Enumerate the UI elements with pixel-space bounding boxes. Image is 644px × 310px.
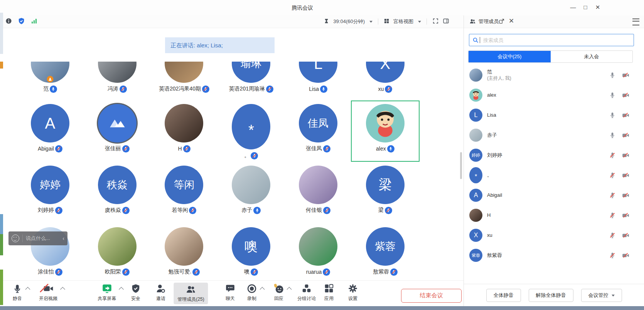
panel-close-icon[interactable]: ✕ — [507, 15, 515, 27]
toolbar-button-invite[interactable]: 邀请 — [156, 283, 166, 302]
member-row[interactable]: 婷婷 刘婷婷 — [464, 145, 644, 165]
minimize-button[interactable]: — — [567, 0, 579, 15]
member-camera-icon[interactable] — [622, 171, 629, 179]
participant-tile[interactable]: 张佳丽 — [84, 104, 151, 159]
fullscreen-icon[interactable] — [432, 18, 439, 25]
member-camera-icon[interactable] — [622, 131, 629, 139]
unmute-all-button[interactable]: 解除全体静音 — [529, 289, 573, 302]
member-camera-icon[interactable] — [622, 151, 629, 159]
member-camera-icon[interactable] — [622, 91, 629, 99]
close-button[interactable]: ✕ — [592, 0, 604, 15]
toolbar-label: 回应 — [274, 295, 284, 302]
toolbar-button-shield[interactable]: 安全 — [131, 283, 141, 302]
participant-tile[interactable]: 婷婷 刘婷婷 — [17, 166, 84, 214]
participant-tile[interactable]: ruarua — [285, 227, 352, 276]
member-camera-icon[interactable] — [622, 71, 629, 79]
participant-tile[interactable]: 何佳银 — [285, 166, 352, 214]
participant-tile[interactable]: * 。 — [217, 104, 285, 159]
toolbar-button-settings[interactable]: 设置 — [348, 283, 358, 302]
member-mic-icon[interactable] — [609, 111, 616, 119]
participant-tile[interactable]: 欧阳荣 — [84, 227, 151, 276]
member-mic-icon[interactable] — [609, 91, 616, 99]
member-row[interactable]: X xu — [464, 225, 644, 245]
end-meeting-button[interactable]: 结束会议 — [401, 289, 462, 303]
expand-caret-icon[interactable] — [287, 287, 292, 292]
member-mic-icon[interactable] — [609, 171, 616, 179]
search-input[interactable] — [482, 37, 634, 44]
participant-tile[interactable]: alex — [352, 104, 419, 159]
toolbar-button-apps[interactable]: 应用 — [324, 283, 334, 302]
meeting-control-button[interactable]: 会议管控 — [581, 289, 622, 302]
participant-tile[interactable]: 噢 噢 — [217, 227, 285, 276]
member-camera-icon[interactable] — [622, 211, 629, 219]
participant-tile[interactable]: 赤子 — [217, 166, 285, 214]
participant-tile[interactable]: 梁 梁 — [352, 166, 419, 214]
expand-caret-icon[interactable] — [260, 287, 265, 292]
member-row[interactable]: alex — [464, 85, 644, 105]
participant-tile[interactable]: 勉强可爱. — [151, 227, 218, 276]
participant-tile[interactable]: 紫蓉 敖紫蓉 — [352, 227, 419, 276]
avatar — [165, 227, 203, 266]
participant-tile[interactable]: 范 — [17, 62, 84, 93]
participant-tile[interactable]: 瑜琳 英语201周瑜琳 — [217, 62, 285, 93]
member-mic-icon[interactable] — [609, 231, 616, 239]
participant-tile[interactable]: A Abigail — [17, 104, 84, 159]
member-row[interactable]: * 。 — [464, 165, 644, 185]
member-mic-icon[interactable] — [609, 211, 616, 219]
member-mic-icon[interactable] — [609, 191, 616, 199]
meeting-security-shield-icon[interactable] — [18, 17, 25, 26]
tab-in-meeting[interactable]: 会议中(25) — [469, 51, 551, 62]
participant-tile[interactable]: L Lisa — [285, 62, 352, 93]
panel-toggle-icon[interactable] — [443, 18, 449, 25]
tab-not-joined[interactable]: 未入会 — [551, 51, 633, 62]
participant-tile[interactable]: 英语202冯果40期 — [151, 62, 218, 93]
participant-tile[interactable]: 冯涛 — [84, 62, 151, 93]
expand-caret-icon[interactable] — [119, 287, 124, 292]
member-mic-icon[interactable] — [609, 131, 616, 139]
participant-tile[interactable]: 佳凤 张佳凤 — [285, 104, 352, 159]
member-mic-icon[interactable] — [609, 251, 616, 259]
meeting-timer[interactable]: 39:04(60分钟) — [333, 18, 365, 25]
toolbar-button-camera-off[interactable]: 开启视频 — [39, 283, 57, 302]
member-camera-icon[interactable] — [622, 231, 629, 239]
member-camera-icon[interactable] — [622, 111, 629, 119]
member-camera-icon[interactable] — [622, 191, 629, 199]
participant-tile[interactable]: 秩焱 虞秩焱 — [84, 166, 151, 214]
toolbar-button-record[interactable]: 录制 — [247, 283, 257, 302]
meeting-info-icon[interactable] — [5, 18, 12, 26]
menu-icon[interactable] — [632, 18, 639, 25]
toolbar-button-members[interactable]: 管理成员(25) — [174, 283, 208, 304]
toolbar-button-share-screen[interactable]: 共享屏幕 — [98, 283, 116, 302]
member-row[interactable]: A Abigail — [464, 185, 644, 205]
scrollbar-thumb[interactable] — [460, 152, 462, 179]
member-camera-icon[interactable] — [622, 251, 629, 259]
member-mic-icon[interactable] — [609, 151, 616, 159]
maximize-button[interactable]: □ — [579, 0, 592, 15]
toolbar-button-mic[interactable]: 静音 — [12, 283, 23, 302]
participant-tile[interactable]: H — [151, 104, 218, 159]
emoji-icon[interactable] — [12, 235, 19, 242]
popout-icon[interactable] — [499, 18, 505, 26]
toolbar-button-chat[interactable]: 聊天 — [225, 283, 235, 302]
member-row[interactable]: H — [464, 205, 644, 225]
participant-tile[interactable]: 等闲 若等闲 — [151, 166, 218, 214]
participant-tile[interactable]: X xu — [352, 62, 419, 93]
toolbar-button-breakout[interactable]: 分组讨论 — [297, 283, 316, 302]
member-mic-icon[interactable] — [609, 71, 616, 79]
member-row[interactable]: L Lisa — [464, 105, 644, 125]
member-row[interactable]: 范 (主持人, 我) — [464, 65, 644, 85]
view-mode-label[interactable]: 宫格视图 — [393, 18, 413, 25]
chat-quick-bar[interactable]: 说点什么... ‹ — [8, 231, 67, 245]
expand-caret-icon[interactable] — [60, 287, 65, 292]
member-row[interactable]: 紫蓉 敖紫蓉 — [464, 245, 644, 265]
expand-caret-icon[interactable] — [25, 287, 30, 292]
view-dropdown-icon[interactable] — [418, 21, 421, 23]
timer-dropdown-icon[interactable] — [369, 21, 373, 23]
network-signal-icon[interactable] — [31, 18, 37, 26]
chat-collapse-icon[interactable]: ‹ — [62, 235, 64, 241]
member-search-box[interactable] — [469, 34, 634, 46]
mute-all-button[interactable]: 全体静音 — [486, 289, 521, 302]
chat-input-placeholder[interactable]: 说点什么... — [26, 235, 62, 242]
member-row[interactable]: 赤子 — [464, 125, 644, 145]
toolbar-button-reaction[interactable]: 回应 — [274, 283, 284, 302]
